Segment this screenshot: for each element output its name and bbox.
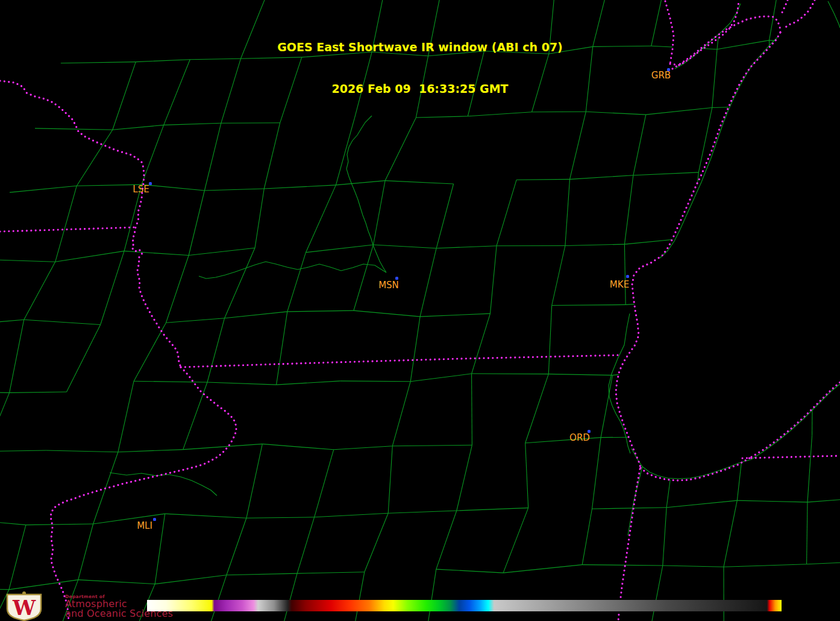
county-line	[365, 513, 388, 572]
county-line	[354, 310, 420, 317]
county-line	[306, 185, 336, 253]
county-line	[436, 184, 453, 248]
county-line	[548, 374, 612, 375]
county-line	[436, 511, 457, 569]
county-line	[306, 245, 374, 253]
county-line	[552, 246, 565, 306]
county-line	[624, 175, 633, 244]
station-label-ORD: ORD	[569, 432, 590, 443]
indiana-michigan-border	[742, 456, 840, 458]
logo-text: Department of Atmospheric and Oceanic Sc…	[65, 594, 173, 619]
county-line	[24, 320, 101, 324]
county-line	[724, 500, 737, 567]
uw-aos-logo: W Department of Atmospheric and Oceanic …	[5, 591, 173, 621]
county-line	[516, 179, 569, 180]
county-line	[388, 511, 457, 513]
county-line	[166, 318, 225, 323]
county-line	[35, 128, 113, 130]
product-title-block: GOES East Shortwave IR window (ABI ch 07…	[0, 13, 840, 124]
county-line	[807, 435, 812, 502]
county-line	[77, 130, 113, 186]
county-line	[336, 181, 385, 185]
county-line	[457, 508, 528, 511]
county-line	[155, 514, 165, 584]
station-label-LSE: LSE	[133, 184, 149, 195]
county-line	[497, 180, 516, 246]
county-line	[648, 566, 663, 621]
county-line	[503, 565, 582, 573]
county-line	[633, 172, 698, 175]
county-line	[548, 306, 551, 374]
mississippi-river-south-border	[51, 367, 236, 621]
county-line	[277, 312, 287, 385]
county-line	[118, 450, 183, 452]
county-line	[246, 517, 315, 519]
county-line	[77, 184, 142, 186]
county-line	[113, 125, 164, 130]
station-dot-MKE	[626, 275, 629, 278]
county-line	[101, 251, 124, 324]
county-line	[592, 438, 601, 509]
station-dot-MLI	[153, 518, 156, 521]
county-line	[491, 246, 497, 314]
county-line	[436, 246, 497, 248]
product-timestamp: 2026 Feb 09 16:33:25 GMT	[0, 82, 840, 96]
county-line	[246, 444, 263, 518]
county-line	[425, 569, 436, 621]
county-line	[9, 525, 26, 590]
crest-letter: W	[12, 596, 36, 620]
county-line	[385, 181, 454, 184]
county-line	[0, 519, 26, 525]
county-line	[189, 191, 204, 256]
county-line	[663, 508, 666, 566]
county-line	[277, 381, 340, 385]
county-line	[666, 500, 737, 508]
county-line	[297, 517, 314, 573]
county-line	[388, 446, 392, 514]
rock-river-county-line	[110, 473, 217, 496]
county-line	[420, 248, 436, 317]
county-line	[410, 374, 471, 382]
county-line	[472, 374, 549, 374]
county-line	[385, 118, 416, 181]
county-line	[0, 320, 24, 325]
county-line	[592, 508, 667, 509]
county-line	[277, 573, 298, 621]
county-line	[336, 118, 354, 185]
logo-name-line2: and Oceanic Sciences	[65, 609, 173, 619]
county-line	[183, 444, 263, 449]
county-line	[204, 123, 221, 191]
county-line	[297, 572, 365, 573]
county-line	[525, 374, 549, 443]
uw-crest-icon: W	[5, 591, 45, 621]
county-line	[334, 446, 393, 450]
county-line	[457, 445, 472, 511]
county-line	[582, 509, 592, 565]
county-line	[46, 450, 118, 452]
satellite-map-viewport: GOES East Shortwave IR window (ABI ch 07…	[0, 0, 840, 621]
county-line	[436, 569, 503, 573]
county-line	[315, 513, 389, 517]
county-line	[264, 123, 280, 189]
illinois-indiana-county-line	[628, 467, 642, 535]
county-line	[737, 500, 807, 502]
county-line	[255, 189, 264, 248]
county-line	[340, 381, 410, 382]
county-line	[315, 450, 334, 517]
county-line	[724, 564, 807, 567]
county-line	[118, 381, 134, 452]
county-line	[55, 186, 77, 262]
county-line	[807, 497, 840, 502]
county-line	[565, 244, 625, 245]
county-line	[552, 304, 625, 305]
wisconsin-illinois-border	[181, 355, 619, 367]
county-line	[26, 524, 93, 525]
county-line	[0, 259, 55, 262]
county-line	[142, 184, 205, 191]
county-line	[78, 580, 155, 584]
county-line	[9, 580, 78, 590]
county-line	[565, 179, 570, 245]
station-dot-MSN	[395, 277, 398, 280]
county-line	[0, 588, 9, 590]
county-line	[201, 575, 227, 621]
